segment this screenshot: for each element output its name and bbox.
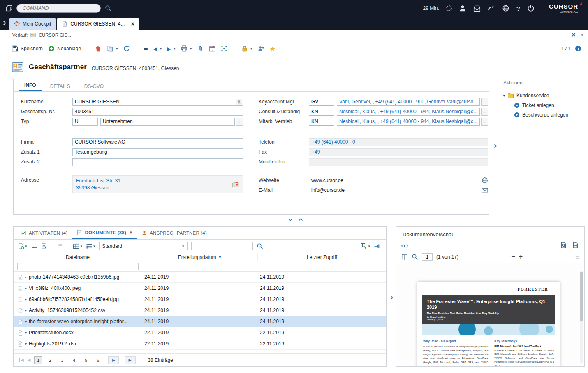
tab-ansprechpartner[interactable]: ANSPRECHPARTNER (4) [137, 227, 211, 239]
row-menu-caret-icon[interactable]: ▾ [25, 275, 27, 279]
tab-info[interactable]: INFO [19, 79, 42, 91]
keyaccount-lookup-button[interactable]: ... [481, 98, 488, 106]
table-row[interactable]: ▾Activity_157463098152405452.csv 24.11.2… [14, 305, 386, 316]
save-button[interactable]: Speichern [12, 45, 43, 52]
filter-dateiname-input[interactable] [17, 263, 139, 270]
filter-erstellungsdatum-input[interactable] [146, 263, 254, 270]
email-icon[interactable] [482, 187, 488, 193]
zoom-search-icon[interactable] [412, 254, 418, 260]
tab-ds-gvo[interactable]: DS-GVO [79, 81, 109, 91]
preview-menu-icon[interactable]: ≡ [575, 253, 579, 260]
consult-lookup-button[interactable]: ... [481, 108, 488, 116]
info-icon[interactable] [575, 45, 581, 52]
typ-input[interactable] [100, 118, 235, 126]
table-row-selected[interactable]: ▾the-forrester-wave-enterprise-insight-p… [14, 316, 386, 327]
consult-link[interactable]: Nesbigall, Klaus, , +49 (641) 40000 - 94… [337, 108, 480, 116]
user-icon[interactable] [459, 5, 466, 12]
tab-aktivitaeten[interactable]: AKTIVITÄTEN (4) [16, 227, 72, 239]
reading-mode-glasses-icon[interactable] [401, 242, 408, 249]
navigate-forward-icon[interactable]: ▶ [167, 46, 171, 52]
close-icon[interactable]: × [572, 31, 575, 39]
add-contact-icon[interactable] [258, 45, 264, 52]
list-settings-caret-icon[interactable]: ▾ [93, 244, 95, 248]
page-button-2[interactable]: 2 [46, 356, 54, 364]
field-selector-icon[interactable] [236, 99, 242, 105]
tree-expand-caret-icon[interactable]: ▾ [503, 94, 505, 98]
table-view-caret-icon[interactable]: ▾ [80, 244, 82, 248]
add-document-caret-icon[interactable]: ▾ [25, 244, 27, 248]
webseite-input[interactable] [309, 177, 479, 184]
print-icon[interactable] [181, 45, 188, 52]
collapse-up-icon[interactable] [298, 217, 303, 222]
tab-details[interactable]: DETAILS [44, 81, 76, 91]
table-row[interactable]: ▾VHx3i9lz_400x400.jpeg 24.11.2019 24.11.… [14, 283, 386, 294]
export-caret-icon[interactable]: ▾ [368, 244, 370, 248]
address-field[interactable]: Friedrich-List-Str. 31 35398 Giessen [72, 175, 243, 193]
close-icon[interactable]: × [130, 230, 132, 235]
table-row[interactable]: ▾photo-1477414348463-c0eb7f1359b6.jpg 24… [14, 272, 386, 283]
attachment-icon[interactable] [197, 45, 204, 52]
scrollbar-thumb[interactable] [580, 272, 583, 321]
table-view-icon[interactable] [73, 243, 79, 249]
command-input[interactable] [16, 4, 101, 13]
redo-arrow-icon[interactable] [488, 5, 495, 12]
tab-mein-cockpit[interactable]: Mein Cockpit [9, 18, 56, 30]
table-row[interactable]: ▾69a8bb6fc7f57282458f7b1af1450eeb.jpg 24… [14, 294, 386, 305]
delete-icon[interactable] [95, 45, 102, 52]
table-row[interactable]: ▾Prioritätsstufen.docx 22.11.2019 22.11.… [14, 327, 386, 338]
document-search-icon[interactable] [41, 243, 48, 249]
power-icon[interactable] [527, 5, 535, 12]
mobiltelefon-field[interactable] [309, 158, 488, 166]
collapse-down-icon[interactable] [288, 217, 293, 222]
menu-icon[interactable]: ≡ [58, 242, 63, 250]
actions-folder-kundenservice[interactable]: ▾ Kundenservice [503, 92, 585, 99]
window-stack-icon[interactable] [6, 5, 12, 12]
chevron-down-icon[interactable]: ▾ [581, 33, 583, 37]
add-document-icon[interactable] [18, 243, 24, 249]
vertrieb-lookup-button[interactable]: ... [481, 118, 488, 126]
search-icon[interactable] [257, 243, 263, 249]
lock-menu-caret-icon[interactable]: ▾ [250, 47, 252, 51]
globe-icon[interactable] [482, 177, 488, 184]
row-menu-caret-icon[interactable]: ▾ [25, 320, 27, 324]
filter-letzter-zugriff-input[interactable] [262, 263, 382, 270]
row-menu-caret-icon[interactable]: ▾ [25, 342, 27, 346]
typ-code-input[interactable] [72, 118, 98, 126]
forward-menu-caret-icon[interactable]: ▾ [174, 47, 176, 51]
page-layout-icon[interactable] [401, 254, 408, 260]
tab-record-active[interactable]: CURSOR GIESSEN, 4... × [57, 18, 139, 30]
document-zoom-icon[interactable] [560, 242, 567, 249]
zoom-out-button[interactable]: − [511, 253, 515, 261]
keyaccount-code-input[interactable] [309, 98, 334, 106]
export-icon[interactable] [361, 243, 367, 249]
vertrieb-link[interactable]: Nesbigall, Klaus, , +49 (641) 40000 - 94… [337, 118, 480, 126]
email-input[interactable] [309, 186, 479, 194]
refresh-icon[interactable] [123, 45, 130, 52]
address-line2[interactable]: 35398 Giessen [76, 184, 239, 191]
globe-network-icon[interactable] [502, 5, 509, 12]
lock-icon[interactable] [241, 45, 248, 52]
documents-search-input[interactable] [191, 242, 253, 250]
inbox-tray-icon[interactable] [473, 5, 481, 12]
kurzname-input[interactable] [72, 98, 243, 106]
list-settings-icon[interactable] [86, 243, 93, 249]
tab-dokumente-active[interactable]: DOKUMENTE (38) × [72, 227, 137, 239]
print-menu-caret-icon[interactable]: ▾ [190, 47, 192, 51]
typ-lookup-button[interactable]: ... [236, 118, 243, 126]
page-button-6[interactable]: 6 [94, 356, 102, 364]
last-page-button[interactable]: ▶ [125, 356, 136, 364]
navigate-back-icon[interactable]: ◀ [153, 46, 157, 52]
page-button-5[interactable]: 5 [82, 356, 90, 364]
zusatz2-input[interactable] [72, 158, 243, 166]
firma-input[interactable] [72, 138, 243, 146]
fax-field[interactable]: +49 [309, 148, 488, 156]
action-beschwerde-anlegen[interactable]: Beschwerde anlegen [514, 112, 585, 118]
view-select[interactable]: Standard ▾ [99, 242, 188, 250]
page-button-1[interactable]: 1 [34, 356, 42, 364]
row-menu-caret-icon[interactable]: ▾ [25, 331, 27, 335]
column-erstellungsdatum[interactable]: Erstellungsdatum ▼ [142, 253, 258, 261]
history-item[interactable]: CURSOR GIE... [39, 33, 71, 37]
back-menu-caret-icon[interactable]: ▾ [160, 47, 162, 51]
sort-desc-icon[interactable]: ▼ [218, 255, 222, 259]
previous-page-button[interactable]: ◀ [28, 358, 31, 362]
